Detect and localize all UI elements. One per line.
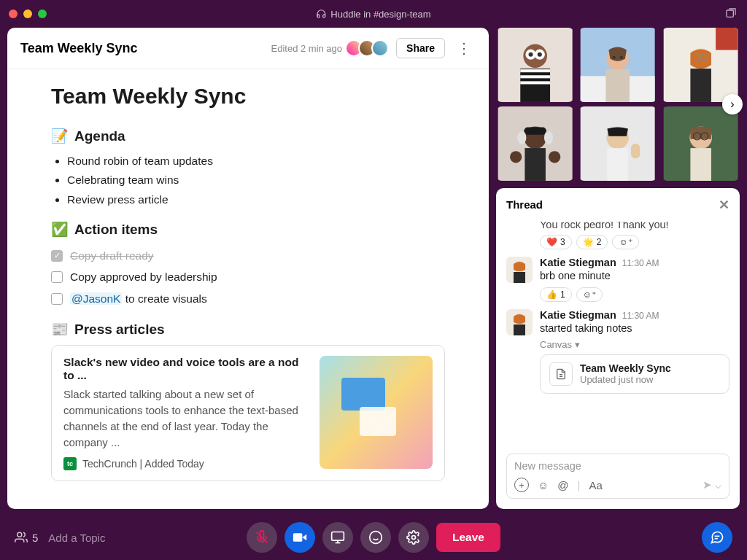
newspaper-icon: 📰 [51,321,69,338]
actions-heading: ✅Action items [51,221,445,238]
message-body: You rock pedro! Thank you! [506,222,729,230]
message-body: started taking notes [540,321,729,335]
send-button[interactable]: ➤ [703,478,712,491]
next-page-button[interactable]: › [722,94,743,114]
card-source: tcTechCrunch | Added Today [63,457,309,470]
camera-button[interactable] [285,522,315,553]
maximize-window[interactable] [38,9,47,18]
attachment-subtitle: Updated just now [580,374,671,385]
thread-message: Katie Stiegman11:30 AM brb one minute 👍1… [506,257,729,302]
action-item[interactable]: Copy approved by leadership [51,266,445,287]
participant-video[interactable] [662,106,740,181]
composer-placeholder: New message [514,460,721,472]
memo-icon: 📝 [51,128,69,144]
timestamp: 11:30 AM [622,311,659,321]
checkbox-icon[interactable] [51,293,63,305]
svg-rect-9 [520,75,550,78]
headphones-icon [316,9,326,19]
agenda-item: Review press article [67,190,445,209]
svg-rect-10 [520,81,550,84]
thread-body[interactable]: You rock pedro! Thank you! ❤️3 🌟2 ☺⁺ Kat… [496,222,740,446]
svg-point-54 [370,532,382,544]
action-item[interactable]: ✓Copy draft ready [51,245,445,266]
settings-button[interactable] [398,522,429,553]
emoji-button[interactable]: ☺ [538,479,549,491]
press-heading: 📰Press articles [51,321,445,338]
participant-video[interactable] [578,106,657,181]
video-grid: › [496,28,740,181]
message-body: brb one minute [540,268,729,283]
sender-name[interactable]: Katie Stiegman [540,257,616,268]
send-options[interactable]: ⌵ [715,478,721,491]
svg-point-30 [549,151,560,163]
close-window[interactable] [9,9,18,18]
screenshare-button[interactable] [322,522,353,553]
leave-button[interactable]: Leave [436,523,500,552]
svg-rect-8 [520,69,550,72]
canvas-header: Team Weekly Sync Edited 2 min ago Share … [7,28,489,69]
svg-point-5 [528,52,533,57]
svg-rect-25 [524,128,546,135]
canvas-body[interactable]: Team Weekly Sync 📝Agenda Round robin of … [7,69,489,509]
check-icon: ✅ [51,221,69,238]
agenda-item: Round robin of team updates [67,152,445,171]
collaborator-avatars[interactable] [349,39,389,57]
title-text: Huddle in #design-team [330,9,430,20]
avatar[interactable] [506,309,533,335]
agenda-list: Round robin of team updates Celebrating … [67,152,445,209]
add-reaction[interactable]: ☺⁺ [576,287,603,302]
participant-video[interactable] [662,28,740,102]
participant-count[interactable]: 5 [15,531,38,544]
canvas-title: Team Weekly Sync [20,41,264,56]
sender-name[interactable]: Katie Stiegman [540,309,616,321]
timestamp: 11:30 AM [622,258,659,268]
mention-button[interactable]: @ [557,479,568,491]
format-button[interactable]: Aa [589,479,602,491]
participant-video[interactable] [496,28,574,102]
minimize-window[interactable] [23,9,32,18]
popout-icon[interactable] [725,7,737,19]
window-controls [9,9,47,18]
canvas-chip[interactable]: Canvas ▾ [540,339,729,350]
mute-button[interactable] [247,522,277,553]
card-illustration [320,356,433,469]
add-topic[interactable]: Add a Topic [48,532,105,544]
add-reaction[interactable]: ☺⁺ [612,235,638,249]
action-item[interactable]: @JasonK to create visuals [51,288,445,309]
canvas-pane: Team Weekly Sync Edited 2 min ago Share … [7,28,489,509]
close-icon[interactable]: ✕ [719,197,729,213]
agenda-heading: 📝Agenda [51,128,445,144]
participant-video[interactable] [578,28,657,102]
more-menu[interactable]: ⋮ [452,39,476,57]
reaction[interactable]: 🌟2 [576,235,608,249]
avatar[interactable] [506,257,533,283]
card-title: Slack's new video and voice tools are a … [63,356,309,382]
svg-point-48 [18,532,22,537]
attachment-title: Team Weekly Sync [580,362,671,374]
reaction[interactable]: 👍1 [540,287,572,302]
canvas-attachment[interactable]: Team Weekly Sync Updated just now [540,354,729,394]
svg-point-26 [517,131,526,144]
thread-message: Katie Stiegman11:30 AM started taking no… [506,309,729,393]
svg-point-15 [620,56,623,59]
attach-button[interactable]: + [514,478,529,492]
svg-point-14 [613,56,616,59]
svg-point-6 [538,52,542,57]
reaction[interactable]: ❤️3 [540,235,572,249]
svg-point-29 [510,151,522,163]
share-button[interactable]: Share [396,38,445,58]
thread-toggle-button[interactable] [702,522,732,553]
reactions-button[interactable] [360,522,391,553]
svg-rect-42 [514,272,525,283]
techcrunch-icon: tc [63,457,77,470]
doc-title: Team Weekly Sync [51,84,445,109]
checkbox-icon[interactable] [51,271,63,283]
message-composer[interactable]: New message + ☺ @ | Aa ➤ ⌵ [506,454,729,499]
press-card[interactable]: Slack's new video and voice tools are a … [51,345,445,481]
checkbox-icon[interactable]: ✓ [51,250,63,262]
people-icon [15,531,28,544]
svg-rect-39 [690,148,711,181]
participant-video[interactable] [496,106,574,181]
user-mention[interactable]: @JasonK [70,292,122,305]
huddle-controls-bar: 5 Add a Topic Leave [0,515,747,560]
